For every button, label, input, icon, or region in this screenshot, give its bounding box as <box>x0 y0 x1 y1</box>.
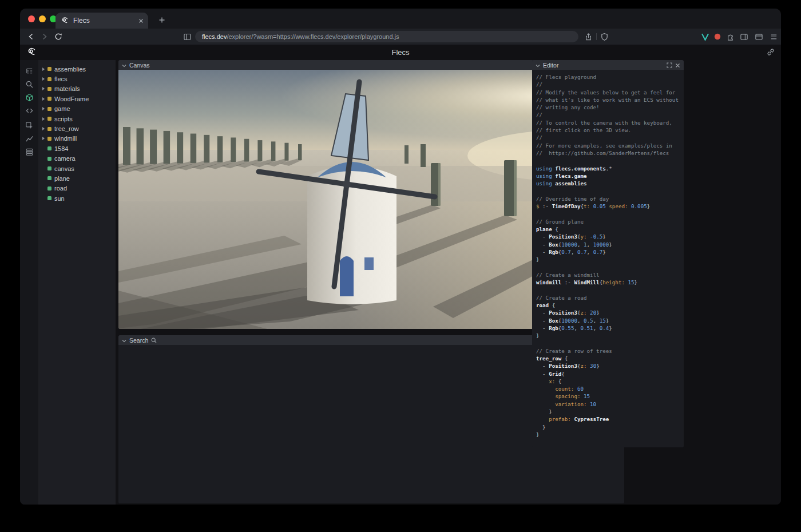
vimium-icon[interactable] <box>700 31 710 42</box>
flecs-favicon-icon <box>60 16 69 25</box>
expand-arrow-icon[interactable] <box>42 77 45 81</box>
editor-panel-header: Editor <box>532 60 684 70</box>
tree-item-label: tree_row <box>54 125 79 132</box>
code-line: // Override time of day <box>536 195 680 203</box>
code-line: - Box{10000, 1, 10000} <box>536 241 680 248</box>
code-line: } <box>536 408 680 415</box>
menu-icon[interactable] <box>768 31 779 42</box>
chevron-down-icon[interactable] <box>122 335 126 346</box>
code-line: count: 60 <box>536 385 680 392</box>
back-icon[interactable] <box>26 31 36 42</box>
tree-item-label: sun <box>54 195 65 202</box>
tree-item[interactable]: game <box>38 104 116 114</box>
code-line: // Ground plane <box>536 218 680 225</box>
expand-arrow-icon[interactable] <box>42 107 45 110</box>
code-line: using flecs.components.* <box>536 165 680 172</box>
puzzle-icon[interactable] <box>725 31 735 42</box>
code-line: } <box>536 332 680 339</box>
code-line: // Flecs playground <box>536 73 680 81</box>
tree-item[interactable]: 1584 <box>38 144 116 153</box>
expand-arrow-icon[interactable] <box>42 117 45 121</box>
code-line: - Grid{ <box>536 370 680 378</box>
toolbar-divider <box>596 33 597 40</box>
code-line: // what it's like to work with an ECS wi… <box>536 96 680 104</box>
code-line: $ :- TimeOfDay{t: 0.05 speed: 0.005} <box>536 203 680 210</box>
code-line: spacing: 15 <box>536 392 680 400</box>
code-line: // Create a row of trees <box>536 347 680 355</box>
entity-kind-icon <box>47 196 51 200</box>
expand-arrow-icon[interactable] <box>42 68 45 71</box>
tree-item-label: WoodFrame <box>54 96 89 102</box>
reload-icon[interactable] <box>53 31 64 42</box>
tab-close-icon[interactable] <box>138 15 144 26</box>
code-line: prefab: CypressTree <box>536 415 680 423</box>
code-line: // first click on the 3D view. <box>536 126 680 134</box>
tree-item[interactable]: assemblies <box>38 64 116 74</box>
code-line: } <box>536 431 680 438</box>
tree-item[interactable]: sun <box>38 193 116 203</box>
code-line: - Rgb{0.55, 0.51, 0.4} <box>536 324 680 332</box>
world-icon[interactable] <box>23 91 35 104</box>
tree-item-label: 1584 <box>54 145 68 152</box>
search-icon[interactable] <box>23 78 35 90</box>
code-line: // Modify the values below to get a feel… <box>536 89 680 96</box>
chevron-down-icon[interactable] <box>122 60 126 70</box>
inspect-icon[interactable] <box>23 119 35 132</box>
code-line: // To control the camera with the keyboa… <box>536 119 680 126</box>
new-tab-button[interactable] <box>156 14 168 26</box>
tree-item[interactable]: flecs <box>38 74 116 84</box>
stats-icon[interactable] <box>23 132 35 145</box>
expand-arrow-icon[interactable] <box>42 97 45 101</box>
chevron-down-icon[interactable] <box>536 60 540 70</box>
traffic-light[interactable] <box>28 15 35 22</box>
share-icon[interactable] <box>583 31 593 42</box>
tree-item-label: materials <box>54 85 80 92</box>
extension-dot-icon[interactable] <box>712 31 723 42</box>
entity-kind-icon <box>47 97 51 101</box>
code-line: // https://github.com/SanderMertens/flec… <box>536 149 680 157</box>
link-icon[interactable] <box>766 47 775 57</box>
code-line: - Box{10000, 0.5, 15} <box>536 317 680 324</box>
code-icon[interactable] <box>23 104 35 117</box>
code-line <box>536 187 680 194</box>
side-panel-icon[interactable] <box>739 31 749 42</box>
shield-icon[interactable] <box>599 31 609 42</box>
code-line <box>536 210 680 217</box>
tree-item[interactable]: windmill <box>38 134 116 144</box>
expand-arrow-icon[interactable] <box>42 137 45 140</box>
memory-icon[interactable] <box>23 145 35 158</box>
entity-kind-icon <box>47 117 51 121</box>
browser-toolbar: flecs.dev/explorer/?wasm=https://www.fle… <box>20 29 781 45</box>
close-icon[interactable] <box>675 60 680 70</box>
entity-kind-icon <box>47 107 51 111</box>
app-body: assemblies flecs materials WoodFrame gam… <box>20 60 781 505</box>
entity-kind-icon <box>47 77 51 81</box>
expand-arrow-icon[interactable] <box>42 127 45 130</box>
hierarchy-icon[interactable] <box>23 65 35 77</box>
tree-item[interactable]: WoodFrame <box>38 94 116 104</box>
code-line: // Create a windmill <box>536 271 680 279</box>
tree-item[interactable]: road <box>38 184 116 193</box>
tabs-icon[interactable] <box>754 31 764 42</box>
tree-item-label: camera <box>54 155 76 162</box>
code-line: using flecs.game <box>536 172 680 180</box>
entity-kind-icon <box>47 176 51 180</box>
expand-arrow-icon[interactable] <box>42 87 45 90</box>
tree-item[interactable]: materials <box>38 84 116 94</box>
traffic-light[interactable] <box>39 15 46 22</box>
tree-item[interactable]: scripts <box>38 114 116 124</box>
tree-item[interactable]: tree_row <box>38 124 116 133</box>
bookmarks-icon[interactable] <box>182 31 192 42</box>
tree-item-label: road <box>54 185 67 192</box>
url-host: flecs.dev <box>202 33 227 40</box>
tree-item[interactable]: camera <box>38 154 116 164</box>
browser-tab[interactable]: Flecs <box>55 13 148 29</box>
code-line: // Create a road <box>536 294 680 301</box>
tree-item[interactable]: plane <box>38 173 116 183</box>
forward-icon[interactable] <box>39 31 50 42</box>
code-line: road { <box>536 301 680 309</box>
editor-code[interactable]: // Flecs playground//// Modify the value… <box>532 70 684 447</box>
expand-icon[interactable] <box>667 60 672 70</box>
url-bar[interactable]: flecs.dev/explorer/?wasm=https://www.fle… <box>195 31 578 42</box>
tree-item[interactable]: canvas <box>38 164 116 173</box>
